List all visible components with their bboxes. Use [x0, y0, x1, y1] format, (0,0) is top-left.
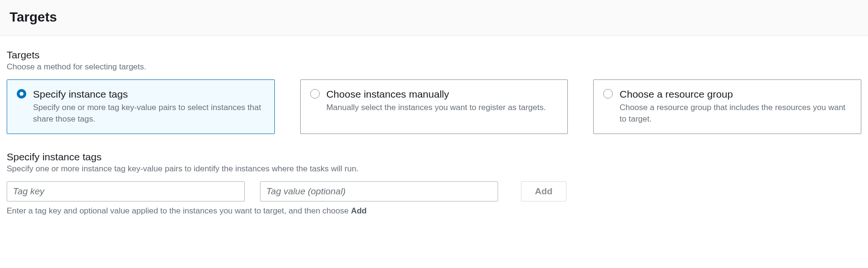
radio-tile-title: Choose a resource group: [619, 88, 851, 101]
radio-tile-specify-instance-tags[interactable]: Specify instance tags Specify one or mor…: [7, 79, 275, 134]
radio-icon: [603, 89, 613, 99]
target-method-radio-group: Specify instance tags Specify one or mor…: [7, 79, 861, 134]
radio-tile-content: Choose a resource group Choose a resourc…: [619, 88, 851, 125]
radio-tile-description: Manually select the instances you want t…: [326, 102, 558, 113]
targets-section-label: Targets: [7, 49, 861, 61]
page-header: Targets: [0, 0, 868, 36]
tag-value-input[interactable]: [260, 181, 498, 201]
radio-tile-title: Specify instance tags: [33, 88, 265, 101]
add-button-wrap: Add: [521, 181, 566, 201]
radio-tile-choose-resource-group[interactable]: Choose a resource group Choose a resourc…: [593, 79, 861, 134]
add-button[interactable]: Add: [521, 181, 566, 201]
radio-tile-description: Choose a resource group that includes th…: [619, 102, 851, 125]
radio-tile-choose-instances-manually[interactable]: Choose instances manually Manually selec…: [300, 79, 568, 134]
hint-prefix: Enter a tag key and optional value appli…: [7, 206, 351, 215]
hint-strong: Add: [351, 206, 367, 215]
tags-section-label: Specify instance tags: [7, 151, 861, 163]
radio-tile-description: Specify one or more tag key-value pairs …: [33, 102, 265, 125]
tag-key-input[interactable]: [7, 181, 245, 201]
tags-section-description: Specify one or more instance tag key-val…: [7, 164, 861, 174]
page-title: Targets: [10, 10, 858, 25]
targets-section-description: Choose a method for selecting targets.: [7, 62, 861, 72]
radio-icon: [310, 89, 320, 99]
radio-tile-title: Choose instances manually: [326, 88, 558, 101]
radio-icon: [17, 89, 26, 99]
tags-hint-text: Enter a tag key and optional value appli…: [7, 206, 861, 216]
radio-tile-content: Choose instances manually Manually selec…: [326, 88, 558, 113]
radio-tile-content: Specify instance tags Specify one or mor…: [33, 88, 265, 125]
content: Targets Choose a method for selecting ta…: [0, 36, 868, 225]
tags-input-row: Add: [7, 181, 861, 201]
